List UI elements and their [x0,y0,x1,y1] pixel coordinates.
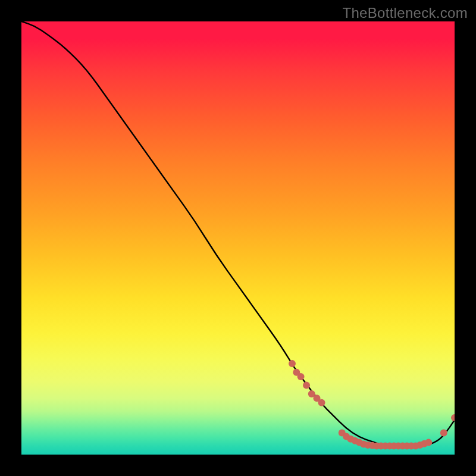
curve-svg [21,21,455,455]
data-point [425,439,432,446]
bottleneck-curve [21,21,455,446]
chart-frame: TheBottleneck.com [0,0,476,476]
watermark-text: TheBottleneck.com [342,5,468,21]
data-point [318,399,325,406]
data-point [440,430,447,437]
data-point [451,414,455,421]
data-point [298,373,305,380]
plot-area [21,21,455,455]
data-point [303,382,310,389]
data-markers [289,360,455,449]
data-point [289,360,296,367]
